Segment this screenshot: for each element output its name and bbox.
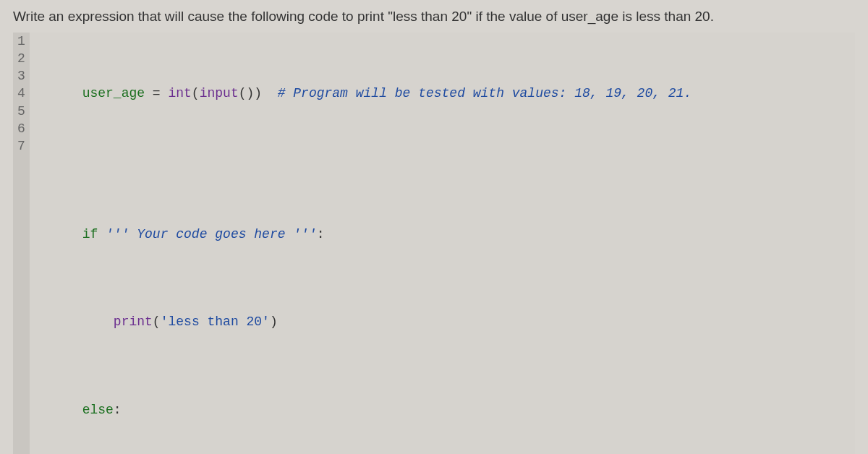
code-line-2	[35, 155, 855, 173]
code-line-3: if ''' Your code goes here ''':	[35, 208, 855, 261]
code-line-5: else:	[35, 384, 855, 437]
question-prompt: Write an expression that will cause the …	[13, 7, 855, 27]
code-editor[interactable]: 1 2 3 4 5 6 7 user_age = int(input()) # …	[13, 33, 855, 454]
code-content[interactable]: user_age = int(input()) # Program will b…	[30, 33, 855, 454]
code-line-4: print('less than 20')	[35, 296, 855, 348]
line-gutter: 1 2 3 4 5 6 7	[13, 33, 30, 454]
code-line-1: user_age = int(input()) # Program will b…	[35, 67, 855, 120]
